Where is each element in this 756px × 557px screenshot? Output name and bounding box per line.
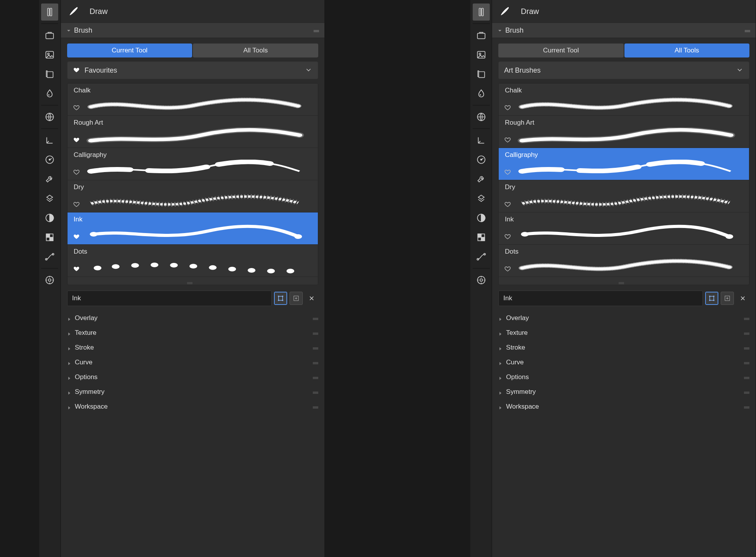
curve-tool-icon[interactable] [41,248,58,265]
grip-icon[interactable] [313,315,318,321]
radial-icon[interactable] [473,272,490,289]
grip-icon[interactable] [744,374,749,380]
gallery-icon[interactable] [41,66,58,83]
resize-handle[interactable] [68,277,318,285]
favourite-toggle[interactable] [73,136,80,144]
briefcase-icon[interactable] [473,27,490,44]
briefcase-icon[interactable] [41,27,58,44]
resize-handle[interactable] [499,277,749,285]
section-workspace[interactable]: Workspace [492,399,756,414]
curve-tool-icon[interactable] [473,248,490,265]
favourite-toggle[interactable] [73,169,80,177]
brush-item[interactable]: Rough Art [68,116,318,148]
image-icon[interactable] [41,46,58,63]
section-curve[interactable]: Curve [61,355,324,370]
favourite-toggle[interactable] [504,265,511,273]
favourite-toggle[interactable] [504,233,511,241]
bounds-icon[interactable] [274,292,287,305]
bounds-icon[interactable] [705,292,718,305]
brush-item[interactable]: Ink [499,212,749,245]
favourite-toggle[interactable] [504,169,511,177]
close-icon[interactable] [305,292,318,305]
add-icon[interactable] [721,292,734,305]
favourite-toggle[interactable] [504,104,511,112]
brush-name-input[interactable] [67,291,272,306]
tool-active-icon[interactable] [473,3,490,21]
gauge-icon[interactable] [41,151,58,168]
checker-icon[interactable] [41,229,58,246]
grip-icon[interactable] [744,315,749,321]
brush-item[interactable]: Chalk [68,84,318,116]
brush-category-dropdown[interactable]: Favourites [67,61,318,79]
grip-icon[interactable] [313,345,318,351]
add-icon[interactable] [290,292,303,305]
tab-current-tool[interactable]: Current Tool [498,44,623,57]
brush-item[interactable]: Dots [68,245,318,277]
gallery-icon[interactable] [473,66,490,83]
brush-item[interactable]: Dots [499,245,749,277]
brush-item[interactable]: Dry [68,180,318,212]
favourite-toggle[interactable] [73,104,80,112]
brush-item[interactable]: Calligraphy [68,148,318,180]
section-curve[interactable]: Curve [492,355,756,370]
brush-item[interactable]: Chalk [499,84,749,116]
grip-icon[interactable] [744,345,749,351]
checker-icon[interactable] [473,229,490,246]
grip-icon[interactable] [314,27,319,33]
gauge-icon[interactable] [473,151,490,168]
section-overlay[interactable]: Overlay [61,311,324,325]
wrench-icon[interactable] [41,171,58,188]
diagram-icon[interactable] [41,190,58,207]
tab-all-tools[interactable]: All Tools [624,44,749,57]
wrench-icon[interactable] [473,171,490,188]
globe-icon[interactable] [41,108,58,125]
favourite-toggle[interactable] [504,136,511,144]
brush-section-header[interactable]: Brush [492,23,756,38]
tool-active-icon[interactable] [41,3,58,21]
brush-item[interactable]: Calligraphy [499,148,749,180]
grip-icon[interactable] [744,389,749,395]
close-icon[interactable] [736,292,749,305]
tab-current-tool[interactable]: Current Tool [67,44,192,57]
droplet-icon[interactable] [473,85,490,102]
contrast-icon[interactable] [473,209,490,226]
section-texture[interactable]: Texture [61,325,324,340]
droplet-icon[interactable] [41,85,58,102]
axes-icon[interactable] [473,132,490,149]
grip-icon[interactable] [745,27,750,33]
grip-icon[interactable] [313,359,318,366]
grip-icon[interactable] [313,389,318,395]
favourite-toggle[interactable] [504,201,511,209]
grip-icon[interactable] [744,359,749,366]
section-stroke[interactable]: Stroke [492,340,756,355]
section-symmetry[interactable]: Symmetry [492,385,756,399]
grip-icon[interactable] [313,374,318,380]
favourite-toggle[interactable] [73,265,80,273]
brush-item[interactable]: Ink [68,212,318,245]
favourite-toggle[interactable] [73,233,80,241]
radial-icon[interactable] [41,272,58,289]
section-symmetry[interactable]: Symmetry [61,385,324,399]
favourite-toggle[interactable] [73,201,80,209]
brush-category-dropdown[interactable]: Art Brushes [498,61,749,79]
section-texture[interactable]: Texture [492,325,756,340]
brush-item[interactable]: Dry [499,180,749,212]
diagram-icon[interactable] [473,190,490,207]
grip-icon[interactable] [313,330,318,336]
image-icon[interactable] [473,46,490,63]
section-options[interactable]: Options [492,370,756,385]
brush-item[interactable]: Rough Art [499,116,749,148]
axes-icon[interactable] [41,132,58,149]
contrast-icon[interactable] [41,209,58,226]
section-overlay[interactable]: Overlay [492,311,756,325]
section-workspace[interactable]: Workspace [61,399,324,414]
brush-section-header[interactable]: Brush [61,23,324,38]
grip-icon[interactable] [744,330,749,336]
globe-icon[interactable] [473,108,490,125]
section-options[interactable]: Options [61,370,324,385]
brush-name-input[interactable] [498,291,703,306]
tab-all-tools[interactable]: All Tools [193,44,318,57]
grip-icon[interactable] [744,404,749,410]
grip-icon[interactable] [313,404,318,410]
section-stroke[interactable]: Stroke [61,340,324,355]
